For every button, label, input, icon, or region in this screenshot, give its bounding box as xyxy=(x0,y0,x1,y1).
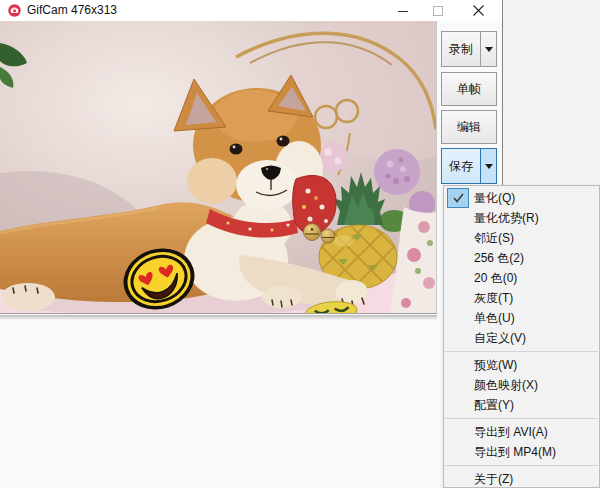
save-dropdown-button[interactable] xyxy=(481,149,496,183)
menu-item-nearest[interactable]: 邻近(S) xyxy=(444,228,599,248)
maximize-button[interactable] xyxy=(423,0,453,21)
menu-item-export-mp4[interactable]: 导出到 MP4(M) xyxy=(444,442,599,462)
menu-separator xyxy=(445,418,598,419)
menu-item-256-colors[interactable]: 256 色(2) xyxy=(444,248,599,268)
checkmark-icon xyxy=(453,193,464,203)
menu-item-color-mapping[interactable]: 颜色映射(X) xyxy=(444,375,599,395)
save-button-label: 保存 xyxy=(442,149,480,183)
close-icon xyxy=(473,5,484,16)
single-frame-button-label: 单帧 xyxy=(442,73,496,105)
edit-button[interactable]: 编辑 xyxy=(441,110,497,144)
photo-bottom-shadow xyxy=(0,315,437,320)
menu-item-quantize-dither[interactable]: 量化优势(R) xyxy=(444,208,599,228)
menu-item-about[interactable]: 关于(Z) xyxy=(444,469,599,488)
menu-item-grayscale[interactable]: 灰度(T) xyxy=(444,288,599,308)
chevron-down-icon xyxy=(485,164,493,169)
close-button[interactable] xyxy=(461,0,495,21)
save-button[interactable]: 保存 xyxy=(441,148,497,184)
menu-item-preview[interactable]: 预览(W) xyxy=(444,355,599,375)
minimize-icon xyxy=(398,6,408,16)
edit-button-label: 编辑 xyxy=(442,111,496,143)
screen: { "window": { "title": "GifCam 476x313",… xyxy=(0,0,600,488)
window-title: GifCam 476x313 xyxy=(27,0,117,21)
menu-item-20-colors[interactable]: 20 色(0) xyxy=(444,268,599,288)
record-dropdown-button[interactable] xyxy=(481,32,496,66)
capture-area-photo xyxy=(0,21,437,314)
titlebar: GifCam 476x313 xyxy=(0,0,502,21)
gifcam-app-icon[interactable] xyxy=(8,4,21,17)
checked-indicator xyxy=(447,188,469,208)
chevron-down-icon xyxy=(485,47,493,52)
menu-item-config[interactable]: 配置(Y) xyxy=(444,395,599,415)
menu-separator xyxy=(445,351,598,352)
maximize-icon xyxy=(433,6,443,16)
save-dropdown-menu: 量化(Q) 量化优势(R) 邻近(S) 256 色(2) 20 色(0) 灰度(… xyxy=(443,185,600,488)
menu-item-custom[interactable]: 自定义(V) xyxy=(444,328,599,348)
gifcam-window: GifCam 476x313 xyxy=(0,0,503,488)
single-frame-button[interactable]: 单帧 xyxy=(441,72,497,106)
menu-separator xyxy=(445,465,598,466)
minimize-button[interactable] xyxy=(388,0,418,21)
menu-item-quantize[interactable]: 量化(Q) xyxy=(444,188,599,208)
menu-item-monochrome[interactable]: 单色(U) xyxy=(444,308,599,328)
record-button-label: 录制 xyxy=(442,32,480,66)
menu-item-export-avi[interactable]: 导出到 AVI(A) xyxy=(444,422,599,442)
record-button[interactable]: 录制 xyxy=(441,31,497,67)
